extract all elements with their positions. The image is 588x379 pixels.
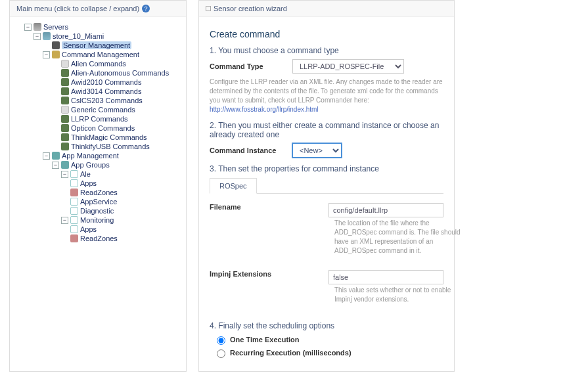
page-icon xyxy=(70,207,78,215)
impinj-label: Impinj Extensions xyxy=(210,270,328,284)
collapse-icon[interactable]: − xyxy=(52,162,59,169)
tree-alien-commands[interactable]: Alien Commands xyxy=(52,59,183,68)
step4-heading: 4. Finally set the scheduling options xyxy=(210,321,443,330)
chip-icon xyxy=(61,124,69,132)
readzone-icon xyxy=(70,234,78,242)
app-icon xyxy=(52,152,60,160)
tree-awid3014[interactable]: Awid3014 Commands xyxy=(52,87,183,96)
tree-appservice[interactable]: AppService xyxy=(61,197,183,206)
step1-heading: 1. You must choose a command type xyxy=(210,46,443,55)
step3-heading: 3. Then set the properties for command i… xyxy=(210,164,443,173)
tree-opticon[interactable]: Opticon Commands xyxy=(52,123,183,133)
sensor-icon xyxy=(52,41,60,49)
page-icon xyxy=(70,179,78,187)
collapse-icon[interactable]: − xyxy=(24,24,32,31)
nav-tree: − Servers − store_10_Miami Sensor Manage… xyxy=(10,17,186,251)
main-header: Sensor creation wizard xyxy=(199,1,454,17)
chip-icon xyxy=(61,115,69,123)
step1-hint: Configure the LLRP reader via an XML fil… xyxy=(210,78,443,114)
page-title: Create command xyxy=(210,29,443,39)
chip-icon xyxy=(61,69,69,77)
tree-ale-apps[interactable]: Apps xyxy=(70,179,183,188)
server-icon xyxy=(34,23,41,31)
tree-servers[interactable]: − Servers xyxy=(24,22,183,32)
page-icon xyxy=(70,198,78,206)
main-header-title: Sensor creation wizard xyxy=(214,5,287,12)
collapse-icon[interactable]: − xyxy=(34,33,41,40)
llrp-commander-link[interactable]: http://www.fosstrak.org/llrp/index.html xyxy=(210,106,319,113)
command-instance-label: Command Instance xyxy=(210,146,282,154)
collapse-icon[interactable]: − xyxy=(43,152,50,160)
main-panel: Sensor creation wizard Create command 1.… xyxy=(198,0,455,372)
step2-heading: 2. Then you must either create a command… xyxy=(210,121,443,139)
tree-mon-apps[interactable]: Apps xyxy=(70,225,183,234)
tree-thinkifyusb[interactable]: ThinkifyUSB Commands xyxy=(52,142,183,151)
tree-thinkmagic[interactable]: ThinkMagic Commands xyxy=(52,133,183,142)
tree-mon-readzones[interactable]: ReadZones xyxy=(70,234,183,243)
page-icon xyxy=(70,216,78,224)
tree-ale[interactable]: − Ale xyxy=(61,169,183,179)
tree-store[interactable]: − store_10_Miami xyxy=(34,32,183,41)
tree-app-management[interactable]: − App Management xyxy=(43,151,183,160)
chip-icon xyxy=(61,133,69,141)
filename-hint: The location of the file where the ADD_R… xyxy=(334,219,463,256)
filename-input[interactable] xyxy=(328,203,443,217)
appgroups-icon xyxy=(61,161,69,169)
tree-awid2010[interactable]: Awid2010 Commands xyxy=(52,78,183,87)
tree-alien-autonomous[interactable]: Alien-Autonomous Commands xyxy=(52,68,183,78)
folder-icon xyxy=(61,60,69,68)
collapse-icon[interactable]: − xyxy=(43,51,50,58)
tree-monitoring[interactable]: − Monitoring xyxy=(61,215,183,225)
page-icon xyxy=(70,170,78,178)
chip-icon xyxy=(61,97,69,104)
recurring-radio[interactable] xyxy=(217,349,225,358)
command-type-label: Command Type xyxy=(210,62,282,70)
tree-app-groups[interactable]: − App Groups xyxy=(52,160,183,169)
collapse-icon[interactable]: − xyxy=(61,171,68,178)
chip-icon xyxy=(61,87,69,95)
command-icon xyxy=(52,51,60,58)
square-icon xyxy=(206,6,211,11)
readzone-icon xyxy=(70,189,78,196)
filename-label: Filename xyxy=(210,203,328,217)
tree-csl[interactable]: CslCS203 Commands xyxy=(52,96,183,105)
impinj-input[interactable] xyxy=(328,270,443,284)
impinj-hint: This value sets whether or not to enable… xyxy=(334,286,463,304)
props-tabs: ROSpec xyxy=(210,177,443,194)
sidebar-panel: Main menu (click to collapse / expand) ?… xyxy=(9,0,187,372)
tree-ale-readzones[interactable]: ReadZones xyxy=(70,188,183,197)
store-icon xyxy=(43,32,51,40)
recurring-label: Recurring Execution (milliseconds) xyxy=(230,349,351,357)
collapse-icon[interactable]: − xyxy=(61,217,68,224)
chip-icon xyxy=(61,78,69,86)
folder-icon xyxy=(61,106,69,114)
command-type-select[interactable]: LLRP-ADD_ROSPEC-File xyxy=(292,59,404,74)
tree-sensor-management[interactable]: Sensor Management xyxy=(43,41,183,50)
one-time-label: One Time Execution xyxy=(230,336,300,344)
sidebar-title: Main menu (click to collapse / expand) xyxy=(16,5,139,12)
chip-icon xyxy=(61,143,69,150)
spacer xyxy=(43,42,50,49)
tab-rospec[interactable]: ROSpec xyxy=(210,178,257,194)
sidebar-header[interactable]: Main menu (click to collapse / expand) ? xyxy=(10,1,186,17)
command-instance-select[interactable]: <New> xyxy=(292,143,342,158)
tree-command-management[interactable]: − Command Management xyxy=(43,50,183,59)
one-time-radio[interactable] xyxy=(217,336,225,345)
tree-generic[interactable]: Generic Commands xyxy=(52,105,183,114)
tree-llrp[interactable]: LLRP Commands xyxy=(52,114,183,123)
tree-diagnostic[interactable]: Diagnostic xyxy=(61,206,183,215)
page-icon xyxy=(70,225,78,233)
help-icon[interactable]: ? xyxy=(142,5,150,12)
